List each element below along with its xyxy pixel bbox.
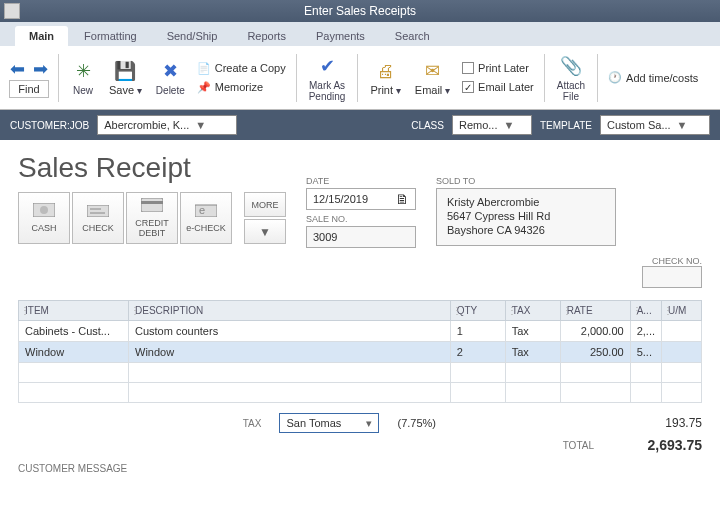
doc-title: Sales Receipt	[18, 152, 286, 184]
tab-search[interactable]: Search	[381, 26, 444, 46]
separator	[296, 54, 297, 102]
template-dropdown[interactable]: Custom Sa...▼	[600, 115, 710, 135]
table-row[interactable]	[19, 383, 702, 403]
total-amount: 2,693.75	[612, 437, 702, 453]
delete-icon: ✖	[158, 59, 182, 83]
check-no-field[interactable]	[642, 266, 702, 288]
new-button[interactable]: ✳New	[65, 49, 101, 107]
save-icon: 💾	[113, 59, 137, 83]
sold-to-box[interactable]: Kristy Abercrombie 5647 Cypress Hill Rd …	[436, 188, 616, 246]
tab-reports[interactable]: Reports	[233, 26, 300, 46]
memorize-button[interactable]: 📌Memorize	[193, 78, 290, 96]
caret-down-icon: ▼	[677, 119, 688, 131]
payment-methods: CASH CHECK CREDIT DEBIT ee-CHECK	[18, 192, 232, 244]
separator	[357, 54, 358, 102]
col-rate[interactable]: RATE	[560, 301, 630, 321]
col-qty[interactable]: QTY	[450, 301, 505, 321]
tab-formatting[interactable]: Formatting	[70, 26, 151, 46]
doc-area: Sales Receipt CASH CHECK CREDIT DEBIT ee…	[0, 140, 720, 486]
sale-no-label: SALE NO.	[306, 214, 416, 224]
caret-down-icon: ▾	[366, 417, 372, 430]
checkbox-checked-icon: ✓	[462, 81, 474, 93]
pay-check-button[interactable]: CHECK	[72, 192, 124, 244]
date-label: DATE	[306, 176, 416, 186]
attach-button[interactable]: 📎Attach File	[551, 49, 591, 107]
title-bar: Enter Sales Receipts	[0, 0, 720, 22]
sold-to-label: SOLD TO	[436, 176, 616, 186]
separator	[597, 54, 598, 102]
email-icon: ✉	[420, 59, 444, 83]
new-icon: ✳	[71, 59, 95, 83]
selector-bar: CUSTOMER:JOB Abercrombie, K...▼ CLASS Re…	[0, 110, 720, 140]
pay-credit-button[interactable]: CREDIT DEBIT	[126, 192, 178, 244]
total-label: TOTAL	[563, 440, 594, 451]
tab-payments[interactable]: Payments	[302, 26, 379, 46]
calendar-icon[interactable]: 🗎	[395, 191, 409, 207]
copy-icon: 📄	[197, 61, 211, 75]
find-button[interactable]: Find	[9, 80, 48, 98]
more-button[interactable]: MORE	[244, 192, 286, 217]
clock-icon: 🕐	[608, 71, 622, 85]
delete-button[interactable]: ✖Delete	[150, 49, 191, 107]
nav-prev-icon[interactable]: ⬅	[6, 58, 29, 80]
svg-rect-6	[141, 201, 163, 204]
card-icon	[141, 198, 163, 216]
memorize-icon: 📌	[197, 80, 211, 94]
class-label: CLASS	[411, 120, 444, 131]
echeck-icon: e	[195, 203, 217, 221]
separator	[544, 54, 545, 102]
col-desc[interactable]: DESCRIPTION	[129, 301, 451, 321]
caret-down-icon: ▼	[195, 119, 206, 131]
svg-point-1	[40, 206, 48, 214]
check-pay-icon	[87, 203, 109, 221]
tab-sendship[interactable]: Send/Ship	[153, 26, 232, 46]
table-row[interactable]	[19, 363, 702, 383]
col-um[interactable]: U/M	[662, 301, 702, 321]
tax-percent: (7.75%)	[397, 417, 436, 429]
checkbox-unchecked-icon	[462, 62, 474, 74]
table-row[interactable]: WindowWindow2Tax250.005...	[19, 342, 702, 363]
ribbon: ⬅➡ Find ✳New 💾Save ▾ ✖Delete 📄Create a C…	[0, 46, 720, 110]
pay-echeck-button[interactable]: ee-CHECK	[180, 192, 232, 244]
table-row[interactable]: Cabinets - Cust...Custom counters1Tax2,0…	[19, 321, 702, 342]
separator	[58, 54, 59, 102]
tax-amount: 193.75	[612, 416, 702, 430]
customer-label: CUSTOMER:JOB	[10, 120, 89, 131]
svg-rect-5	[141, 198, 163, 212]
customer-message-label: CUSTOMER MESSAGE	[18, 463, 702, 474]
svg-rect-2	[87, 205, 109, 217]
col-tax[interactable]: TAX	[505, 301, 560, 321]
class-dropdown[interactable]: Remo...▼	[452, 115, 532, 135]
print-button[interactable]: 🖨Print ▾	[364, 49, 406, 107]
tax-label: TAX	[243, 418, 262, 429]
mark-pending-button[interactable]: ✔Mark As Pending	[303, 49, 352, 107]
tax-dropdown[interactable]: San Tomas▾	[279, 413, 379, 433]
template-label: TEMPLATE	[540, 120, 592, 131]
attach-icon: 📎	[559, 54, 583, 78]
pay-cash-button[interactable]: CASH	[18, 192, 70, 244]
print-later-check[interactable]: Print Later	[458, 59, 538, 77]
check-icon: ✔	[315, 54, 339, 78]
add-time-button[interactable]: 🕐Add time/costs	[604, 69, 702, 87]
save-button[interactable]: 💾Save ▾	[103, 49, 148, 107]
date-field[interactable]: 12/15/2019🗎	[306, 188, 416, 210]
cash-icon	[33, 203, 55, 221]
sale-no-field[interactable]: 3009	[306, 226, 416, 248]
svg-text:e: e	[199, 204, 205, 216]
check-no-label: CHECK NO.	[652, 256, 702, 266]
caret-down-icon: ▼	[259, 225, 271, 239]
nav-next-icon[interactable]: ➡	[29, 58, 52, 80]
create-copy-button[interactable]: 📄Create a Copy	[193, 59, 290, 77]
caret-down-icon: ▼	[503, 119, 514, 131]
print-icon: 🖨	[374, 59, 398, 83]
window-control-icon[interactable]	[4, 3, 20, 19]
col-amt[interactable]: A...	[630, 301, 661, 321]
email-button[interactable]: ✉Email ▾	[409, 49, 456, 107]
more-dropdown-button[interactable]: ▼	[244, 219, 286, 244]
email-later-check[interactable]: ✓Email Later	[458, 78, 538, 96]
tab-main[interactable]: Main	[15, 26, 68, 46]
tab-bar: Main Formatting Send/Ship Reports Paymen…	[0, 22, 720, 46]
window-title: Enter Sales Receipts	[304, 4, 416, 18]
customer-dropdown[interactable]: Abercrombie, K...▼	[97, 115, 237, 135]
col-item[interactable]: ITEM	[19, 301, 129, 321]
